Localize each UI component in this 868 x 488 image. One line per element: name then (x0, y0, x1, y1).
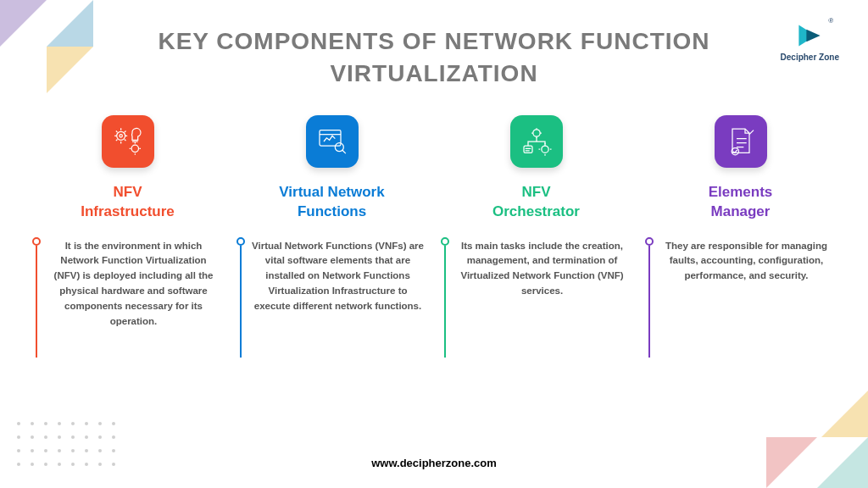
bullet-dot (32, 237, 41, 246)
page-title: KEY COMPONENTS OF NETWORK FUNCTIONVIRTUA… (0, 0, 868, 90)
dashboard-search-icon (306, 115, 359, 168)
vertical-line (444, 246, 446, 358)
vertical-line (240, 246, 242, 358)
card-description: They are responsible for managing faults… (659, 239, 834, 284)
bullet-dot (441, 237, 449, 246)
footer-url: www.decipherzone.com (0, 457, 868, 469)
bullet-dot (645, 237, 654, 246)
card-description: Virtual Network Functions (VNFs) are vit… (251, 239, 426, 314)
card-nfv-infrastructure: NFVInfrastructure It is the environment … (35, 115, 221, 330)
svg-point-2 (131, 145, 138, 152)
card-title: Virtual NetworkFunctions (239, 183, 426, 222)
svg-point-7 (541, 146, 548, 152)
svg-point-1 (120, 134, 122, 136)
card-elements-manager: ElementsManager They are responsible for… (648, 115, 834, 330)
brand-logo: ® Decipher Zone (781, 20, 839, 62)
card-title: NFVOrchestrator (443, 183, 630, 222)
vertical-line (648, 246, 650, 358)
card-title: ElementsManager (648, 183, 834, 222)
card-title: NFVInfrastructure (35, 183, 221, 222)
brand-name: Decipher Zone (781, 53, 839, 62)
gears-bulb-icon (102, 115, 154, 168)
cards-row: NFVInfrastructure It is the environment … (0, 90, 868, 330)
card-nfv-orchestrator: NFVOrchestrator Its main tasks include t… (443, 115, 630, 330)
process-icon (510, 115, 563, 168)
vertical-line (36, 246, 37, 358)
card-description: Its main tasks include the creation, man… (455, 239, 630, 299)
corner-decoration-bottom-right (758, 395, 868, 488)
svg-point-0 (116, 131, 125, 140)
document-check-icon (715, 115, 767, 168)
registered-mark: ® (828, 17, 833, 25)
card-virtual-network-functions: Virtual NetworkFunctions Virtual Network… (239, 115, 426, 330)
logo-mark-icon: ® (794, 20, 825, 51)
svg-point-5 (532, 129, 539, 136)
corner-decoration-top-left (0, 0, 93, 93)
bullet-dot (236, 237, 245, 246)
card-description: It is the environment in which Network F… (47, 239, 221, 330)
svg-rect-6 (524, 146, 532, 152)
